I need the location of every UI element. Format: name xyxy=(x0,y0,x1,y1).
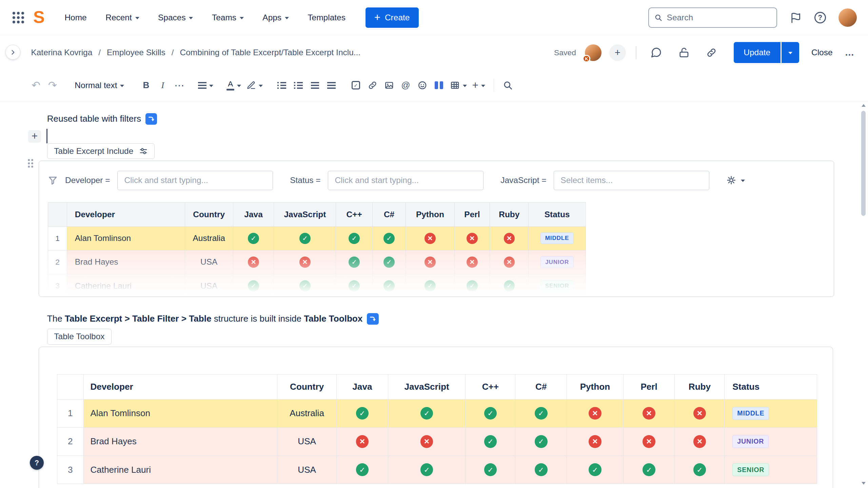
skill-yes-cell[interactable] xyxy=(466,456,515,484)
row-number-cell[interactable]: 3 xyxy=(57,456,83,484)
help-icon[interactable] xyxy=(814,12,826,23)
text-style-dropdown[interactable]: Normal text xyxy=(72,76,127,95)
javascript-filter-input[interactable] xyxy=(554,171,709,190)
status-cell[interactable]: SENIOR xyxy=(725,456,817,484)
app-logo[interactable]: S xyxy=(33,9,45,26)
insert-block-button[interactable] xyxy=(28,130,41,143)
insert-image-button[interactable] xyxy=(381,76,397,95)
skill-yes-cell[interactable] xyxy=(406,274,455,297)
column-header[interactable]: JavaScript xyxy=(388,374,466,399)
skill-yes-cell[interactable] xyxy=(233,226,274,250)
developer-filter-input[interactable] xyxy=(117,171,273,190)
developer-cell[interactable]: Catherine Lauri xyxy=(67,274,185,297)
column-header[interactable]: Ruby xyxy=(490,203,529,226)
sidebar-expand-button[interactable] xyxy=(5,45,20,60)
skill-no-cell[interactable] xyxy=(567,399,624,427)
insert-dropdown[interactable] xyxy=(470,76,488,95)
skill-yes-cell[interactable] xyxy=(373,250,406,274)
nav-spaces[interactable]: Spaces xyxy=(158,13,193,22)
skill-yes-cell[interactable] xyxy=(336,399,388,427)
skill-yes-cell[interactable] xyxy=(623,456,675,484)
column-header[interactable]: Java xyxy=(233,203,274,226)
nav-apps[interactable]: Apps xyxy=(262,13,289,22)
country-cell[interactable]: USA xyxy=(277,427,337,455)
table-excerpt-include-chip[interactable]: Table Excerpt Include xyxy=(47,143,155,159)
emoji-button[interactable] xyxy=(414,76,431,95)
link-icon[interactable] xyxy=(702,43,722,63)
bold-button[interactable]: B xyxy=(138,76,154,95)
skill-no-cell[interactable] xyxy=(623,399,675,427)
update-options-button[interactable] xyxy=(782,42,799,63)
table-toolbox-macro[interactable]: DeveloperCountryJavaJavaScriptC++C#Pytho… xyxy=(39,347,833,488)
country-cell[interactable]: Australia xyxy=(185,226,233,250)
skill-yes-cell[interactable] xyxy=(388,399,466,427)
skill-yes-cell[interactable] xyxy=(336,456,388,484)
column-header[interactable]: C++ xyxy=(466,374,515,399)
table-dropdown[interactable] xyxy=(447,76,470,95)
flag-icon[interactable] xyxy=(790,12,802,23)
column-header[interactable]: Developer xyxy=(67,203,185,226)
column-header[interactable]: Status xyxy=(529,203,586,226)
skill-yes-cell[interactable] xyxy=(373,226,406,250)
scroll-down-arrow[interactable] xyxy=(862,482,866,485)
table-toolbox-chip[interactable]: Table Toolbox xyxy=(47,329,112,344)
mention-button[interactable] xyxy=(397,76,414,95)
skill-no-cell[interactable] xyxy=(274,250,336,274)
skill-yes-cell[interactable] xyxy=(675,456,725,484)
skill-yes-cell[interactable] xyxy=(388,456,466,484)
empty-paragraph[interactable] xyxy=(47,126,868,143)
table-excerpt-include-macro[interactable]: Developer = Status = JavaScript = Develo… xyxy=(39,161,834,297)
skill-no-cell[interactable] xyxy=(406,250,455,274)
italic-button[interactable]: I xyxy=(154,76,171,95)
redo-button[interactable]: ↷ xyxy=(44,76,61,95)
skill-yes-cell[interactable] xyxy=(373,274,406,297)
update-button[interactable]: Update xyxy=(734,42,781,63)
skill-yes-cell[interactable] xyxy=(490,274,529,297)
skill-no-cell[interactable] xyxy=(233,250,274,274)
search-input[interactable] xyxy=(667,13,771,22)
task-list-button[interactable] xyxy=(348,76,364,95)
column-header[interactable]: Country xyxy=(277,374,337,399)
invite-collaborator-button[interactable] xyxy=(609,44,626,61)
skill-no-cell[interactable] xyxy=(454,250,490,274)
row-number-header[interactable] xyxy=(48,203,67,226)
comment-icon[interactable] xyxy=(646,43,666,63)
more-actions-button[interactable] xyxy=(845,47,854,58)
skill-yes-cell[interactable] xyxy=(466,427,515,455)
developer-cell[interactable]: Alan Tomlinson xyxy=(83,399,277,427)
skill-yes-cell[interactable] xyxy=(515,399,567,427)
column-header[interactable]: C# xyxy=(515,374,567,399)
status-cell[interactable]: MIDDLE xyxy=(529,226,586,250)
column-header[interactable]: JavaScript xyxy=(274,203,336,226)
page-scrollbar[interactable] xyxy=(860,101,868,488)
column-header[interactable]: Java xyxy=(336,374,388,399)
outdent-button[interactable] xyxy=(307,76,323,95)
column-header[interactable]: Country xyxy=(185,203,233,226)
status-cell[interactable]: JUNIOR xyxy=(725,427,817,455)
numbered-list-button[interactable] xyxy=(290,76,307,95)
column-header[interactable]: Status xyxy=(725,374,817,399)
text-color-dropdown[interactable]: A xyxy=(224,76,244,95)
column-header[interactable]: Perl xyxy=(623,374,675,399)
global-search[interactable] xyxy=(648,7,777,28)
nav-templates[interactable]: Templates xyxy=(308,13,346,22)
column-header[interactable]: Developer xyxy=(83,374,277,399)
column-header[interactable]: Perl xyxy=(454,203,490,226)
developer-cell[interactable]: Catherine Lauri xyxy=(83,456,277,484)
country-cell[interactable]: USA xyxy=(277,456,337,484)
breadcrumb-space-owner[interactable]: Katerina Kovriga xyxy=(31,48,92,57)
help-button[interactable] xyxy=(30,456,44,470)
status-filter-input[interactable] xyxy=(328,171,484,190)
column-header[interactable]: C# xyxy=(373,203,406,226)
skill-yes-cell[interactable] xyxy=(274,274,336,297)
align-dropdown[interactable] xyxy=(195,76,216,95)
column-header[interactable]: Python xyxy=(567,374,624,399)
country-cell[interactable]: Australia xyxy=(277,399,337,427)
skill-no-cell[interactable] xyxy=(388,427,466,455)
row-number-cell[interactable]: 2 xyxy=(48,250,67,274)
insert-link-button[interactable] xyxy=(364,76,381,95)
nav-recent[interactable]: Recent xyxy=(105,13,139,22)
row-number-cell[interactable]: 1 xyxy=(48,226,67,250)
collaborator-avatar[interactable]: K xyxy=(585,44,601,61)
column-header[interactable]: Python xyxy=(406,203,455,226)
